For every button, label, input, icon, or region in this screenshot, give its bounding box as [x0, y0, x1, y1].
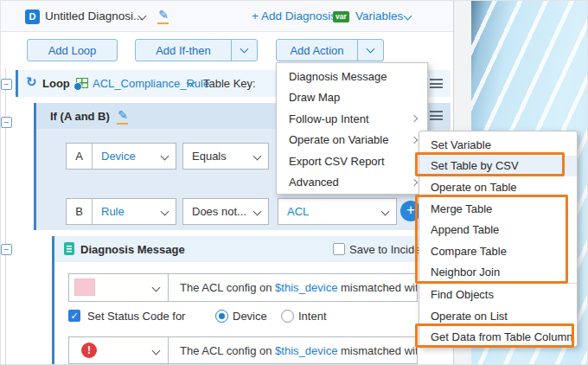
screenshot-root: D Untitled Diagnosi... ✎ + Add Diagnosis… — [0, 0, 588, 365]
chevron-down-icon — [253, 208, 262, 216]
collapse-if-button[interactable]: − — [1, 117, 12, 128]
table-icon — [76, 78, 88, 88]
if-menu-icon[interactable] — [430, 111, 443, 120]
variables-icon: var — [333, 11, 349, 22]
add-action-button[interactable]: Add Action — [276, 39, 384, 61]
loop-menu-icon[interactable] — [430, 79, 443, 88]
submenu-item-get-data-from-table-column[interactable]: Get Data from Table Column — [419, 326, 577, 348]
add-if-then-dropdown[interactable] — [231, 40, 257, 61]
add-if-then-label: Add If-then — [136, 44, 231, 57]
save-to-incident-checkbox[interactable] — [333, 243, 345, 255]
variable-token: $this_device — [275, 344, 337, 357]
intent-radio-label: Intent — [298, 310, 327, 323]
condition-a-id: A — [67, 144, 93, 169]
condition-b-field-select[interactable]: B Rule — [66, 198, 176, 225]
title-bar: D Untitled Diagnosi... ✎ + Add Diagnosis… — [1, 1, 453, 32]
menu-item-operate-on-variable[interactable]: Operate on Variable — [277, 130, 427, 151]
condition-b-id: B — [67, 199, 93, 224]
submenu-item-set-table-by-csv[interactable]: Set Table by CSV — [419, 156, 577, 177]
add-loop-button[interactable]: Add Loop — [27, 39, 118, 61]
loop-label: Loop — [42, 77, 70, 90]
message-text-input[interactable]: The ACL config on $this_device mismatche… — [169, 281, 417, 294]
set-status-code-checkbox[interactable]: ✓ — [68, 310, 80, 322]
error-message-text-input[interactable]: The ACL config on $this_device mismatche… — [169, 344, 417, 357]
chevron-down-icon — [381, 208, 390, 216]
submenu-item-append-table[interactable]: Append Table — [419, 219, 577, 240]
table-key-label: Table Key: — [203, 77, 256, 90]
submenu-item-set-variable[interactable]: Set Variable — [419, 134, 577, 156]
if-title: If (A and B) — [50, 110, 110, 123]
submenu-item-compare-table[interactable]: Compare Table — [419, 240, 577, 262]
chevron-down-icon — [253, 152, 262, 161]
submenu-arrow-icon — [411, 115, 418, 122]
condition-b-value: ACL — [278, 205, 309, 218]
add-loop-label: Add Loop — [28, 44, 117, 57]
edit-title-pencil-icon[interactable]: ✎ — [157, 8, 170, 22]
chevron-down-icon — [161, 152, 169, 161]
submenu-item-operate-on-table[interactable]: Operate on Table — [419, 176, 577, 198]
menu-item-follow-up-intent[interactable]: Follow-up Intent — [277, 108, 427, 130]
chevron-down-icon — [161, 208, 169, 216]
variable-token: $this_device — [275, 281, 337, 294]
error-message-row: ! The ACL config on $this_device mismatc… — [68, 336, 418, 364]
condition-b-operator-select[interactable]: Does not... — [182, 198, 269, 225]
diagnosis-message-header: Diagnosis Message Save to Incident — [54, 236, 451, 262]
add-action-menu: Diagnosis Message Draw Map Follow-up Int… — [276, 62, 428, 195]
add-action-label: Add Action — [277, 44, 357, 57]
tree-rail — [5, 68, 6, 365]
message-document-icon — [64, 242, 74, 255]
add-action-dropdown[interactable] — [357, 40, 383, 61]
device-radio[interactable] — [215, 310, 228, 323]
submenu-arrow-icon — [411, 179, 418, 186]
edit-condition-pencil-icon[interactable]: ✎ — [116, 108, 130, 122]
submenu-item-neighbor-join[interactable]: Neighbor Join — [419, 262, 577, 284]
diagnosis-doc-icon: D — [25, 10, 40, 24]
loop-icon: ↻ — [26, 74, 37, 90]
add-diagnosis-button[interactable]: + Add Diagnosis — [252, 10, 336, 22]
condition-a-operator-value: Equals — [183, 150, 227, 163]
menu-item-advanced[interactable]: Advanced — [277, 172, 427, 194]
collapse-loop-button[interactable]: − — [1, 79, 12, 90]
chevron-down-icon — [152, 284, 161, 292]
variables-chevron-down-icon[interactable] — [404, 12, 412, 21]
menu-item-diagnosis-message[interactable]: Diagnosis Message — [277, 66, 427, 87]
diagnosis-message-title: Diagnosis Message — [80, 243, 185, 256]
add-if-then-button[interactable]: Add If-then — [135, 39, 258, 61]
condition-b-value-select[interactable]: ACL — [278, 198, 397, 225]
status-icon-select[interactable]: ! — [69, 337, 169, 363]
device-radio-label: Device — [233, 310, 267, 323]
pink-color-swatch — [74, 279, 95, 296]
menu-item-draw-map[interactable]: Draw Map — [277, 87, 427, 109]
chevron-down-icon — [367, 45, 375, 54]
intent-radio[interactable] — [281, 310, 294, 323]
condition-a-field-select[interactable]: A Device — [66, 143, 176, 170]
collapse-diagnosis-button[interactable]: − — [1, 244, 12, 255]
menu-item-export-csv-report[interactable]: Export CSV Report — [277, 150, 427, 172]
submenu-item-operate-on-list[interactable]: Operate on List — [419, 305, 577, 327]
chevron-down-icon — [152, 347, 161, 355]
condition-b-field-value: Rule — [93, 205, 125, 218]
diagnosis-message-block: Diagnosis Message Save to Incident The A… — [52, 236, 451, 365]
set-status-code-label: Set Status Code for — [87, 310, 185, 323]
condition-a-operator-select[interactable]: Equals — [182, 143, 269, 170]
operate-on-variable-submenu: Set Variable Set Table by CSV Operate on… — [419, 131, 578, 347]
variables-button[interactable]: Variables — [355, 10, 403, 22]
message-row: The ACL config on $this_device mismatche… — [68, 273, 418, 302]
submenu-item-merge-table[interactable]: Merge Table — [419, 198, 577, 220]
diagnosis-title: Untitled Diagnosi... — [45, 10, 143, 22]
condition-a-field-value: Device — [93, 150, 136, 163]
chevron-down-icon — [240, 45, 249, 54]
submenu-arrow-icon — [411, 137, 418, 144]
submenu-item-find-objects[interactable]: Find Objects — [419, 284, 577, 305]
message-color-select[interactable] — [69, 274, 169, 301]
condition-b-operator-value: Does not... — [183, 205, 246, 218]
error-status-icon: ! — [81, 343, 97, 358]
